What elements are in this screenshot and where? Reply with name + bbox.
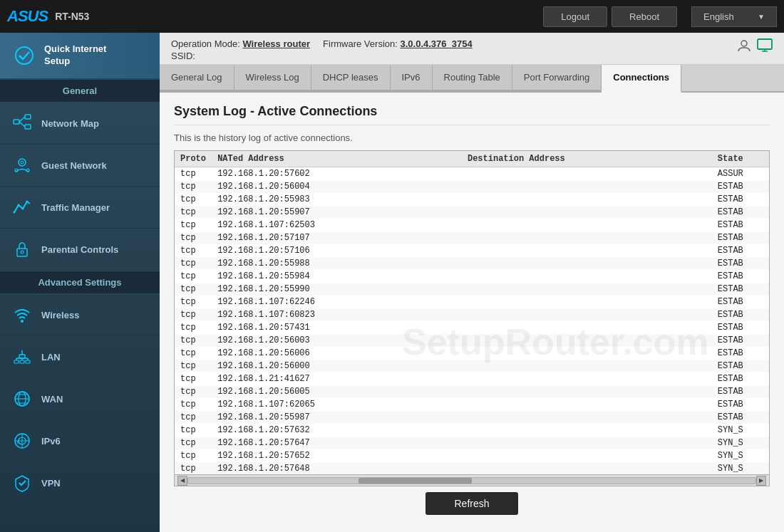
cell-dest (462, 449, 712, 462)
tab-routing-table[interactable]: Routing Table (433, 65, 512, 91)
cell-state: ESTAB (712, 334, 769, 347)
cell-dest (462, 437, 712, 449)
svg-rect-20 (26, 360, 30, 363)
tab-dhcp-leases[interactable]: DHCP leases (311, 65, 391, 91)
cell-proto: tcp (175, 398, 212, 411)
sidebar-item-ipv6[interactable]: 6 IPv6 (0, 420, 160, 462)
cell-nated: 192.168.1.107:62065 (212, 398, 462, 411)
refresh-button[interactable]: Refresh (425, 492, 517, 515)
sidebar-item-guest-network[interactable]: Guest Network (0, 145, 160, 187)
table-row: tcp 192.168.1.107:62065 ESTAB (175, 398, 769, 411)
cell-proto: tcp (175, 437, 212, 449)
refresh-bar: Refresh (174, 486, 770, 521)
svg-rect-14 (17, 249, 27, 256)
sidebar-label-parental-controls: Parental Controls (41, 244, 118, 255)
tab-general-log[interactable]: General Log (160, 65, 234, 91)
scroll-right-arrow[interactable]: ▶ (756, 476, 766, 486)
quick-setup-icon (11, 43, 37, 68)
connection-table: Proto NATed Address Destination Address … (175, 151, 769, 474)
cell-proto: tcp (175, 283, 212, 296)
svg-point-15 (21, 251, 24, 254)
info-bar: Operation Mode: Wireless router Firmware… (160, 33, 784, 65)
logout-button[interactable]: Logout (543, 6, 607, 27)
cell-nated: 192.168.1.20:57431 (212, 321, 462, 334)
table-row: tcp 192.168.1.107:62246 ESTAB (175, 296, 769, 308)
cell-nated: 192.168.1.20:57602 (212, 167, 462, 181)
scroll-track[interactable] (187, 477, 757, 484)
sidebar-label-wan: WAN (41, 394, 63, 405)
svg-line-4 (19, 117, 25, 122)
cell-state: ESTAB (712, 270, 769, 283)
sidebar-item-wan[interactable]: WAN (0, 378, 160, 420)
top-right-icons (737, 38, 773, 56)
table-row: tcp 192.168.1.20:57107 ESTAB (175, 231, 769, 244)
sidebar-item-network-map[interactable]: Network Map (0, 103, 160, 145)
tab-wireless-log[interactable]: Wireless Log (234, 65, 311, 91)
cell-state: SYN_S (712, 437, 769, 449)
svg-point-6 (19, 159, 26, 166)
cell-proto: tcp (175, 206, 212, 219)
table-row: tcp 192.168.1.20:57647 SYN_S (175, 437, 769, 449)
tab-ipv6[interactable]: IPv6 (391, 65, 433, 91)
tab-port-forwarding[interactable]: Port Forwarding (512, 65, 602, 91)
sidebar-item-vpn[interactable]: VPN (0, 462, 160, 504)
cell-nated: 192.168.1.20:57107 (212, 231, 462, 244)
sidebar-item-wireless[interactable]: Wireless (0, 294, 160, 336)
cell-dest (462, 372, 712, 385)
table-header-row: Proto NATed Address Destination Address … (175, 151, 769, 167)
cell-state: ESTAB (712, 180, 769, 193)
cell-nated: 192.168.1.20:55988 (212, 257, 462, 270)
sidebar-label-network-map: Network Map (41, 118, 99, 129)
cell-dest (462, 270, 712, 283)
cell-dest (462, 308, 712, 321)
language-selector[interactable]: English ▼ (691, 6, 777, 27)
cell-proto: tcp (175, 244, 212, 257)
cell-dest (462, 398, 712, 411)
top-buttons: Logout Reboot (543, 6, 677, 27)
wireless-icon (11, 304, 33, 325)
model-name: RT-N53 (55, 11, 89, 22)
sidebar-item-lan[interactable]: LAN (0, 336, 160, 378)
advanced-section-header: Advanced Settings (0, 271, 160, 294)
vpn-icon (11, 472, 33, 494)
cell-proto: tcp (175, 180, 212, 193)
cell-nated: 192.168.1.20:55983 (212, 193, 462, 206)
firmware-label: Firmware Version: (323, 38, 398, 49)
cell-proto: tcp (175, 270, 212, 283)
sidebar-item-parental-controls[interactable]: Parental Controls (0, 229, 160, 271)
scroll-left-arrow[interactable]: ◀ (177, 476, 187, 486)
cell-dest (462, 462, 712, 474)
cell-dest (462, 167, 712, 181)
reboot-button[interactable]: Reboot (612, 6, 677, 27)
cell-proto: tcp (175, 231, 212, 244)
traffic-manager-icon (11, 197, 33, 218)
scroll-thumb[interactable] (359, 478, 472, 484)
tab-connections[interactable]: Connections (602, 65, 681, 93)
svg-rect-1 (14, 120, 19, 124)
ipv6-icon: 6 (11, 430, 33, 452)
monitor-icon[interactable] (757, 38, 773, 56)
cell-proto: tcp (175, 296, 212, 308)
svg-rect-33 (758, 39, 772, 49)
cell-dest (462, 193, 712, 206)
sidebar-label-wireless: Wireless (41, 310, 79, 320)
cell-dest (462, 206, 712, 219)
table-row: tcp 192.168.1.20:56004 ESTAB (175, 180, 769, 193)
connection-table-scroll[interactable]: Proto NATed Address Destination Address … (175, 151, 769, 474)
sidebar-item-quick-setup[interactable]: Quick Internet Setup (0, 33, 160, 79)
table-row: tcp 192.168.1.107:60823 ESTAB (175, 308, 769, 321)
page-description: This is the history log of active connec… (174, 132, 770, 143)
firmware-value: 3.0.0.4.376_3754 (400, 38, 472, 49)
svg-point-7 (21, 161, 24, 164)
cell-proto: tcp (175, 321, 212, 334)
cell-proto: tcp (175, 347, 212, 360)
horizontal-scrollbar[interactable]: ◀ ▶ (175, 474, 769, 486)
cell-proto: tcp (175, 411, 212, 424)
cell-state: ESTAB (712, 308, 769, 321)
table-row: tcp 192.168.1.20:55988 ESTAB (175, 257, 769, 270)
table-row: tcp 192.168.1.20:55990 ESTAB (175, 283, 769, 296)
user-icon[interactable] (737, 38, 751, 56)
sidebar-item-traffic-manager[interactable]: Traffic Manager (0, 187, 160, 229)
cell-state: ASSUR (712, 167, 769, 181)
ssid-line: SSID: (171, 51, 773, 61)
